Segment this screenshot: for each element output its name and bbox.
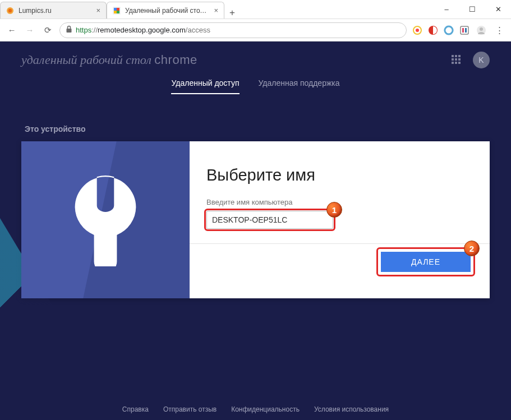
maximize-button[interactable]: ☐ bbox=[459, 0, 485, 19]
profile-icon[interactable] bbox=[475, 24, 487, 36]
tab-label: Lumpics.ru bbox=[19, 7, 91, 15]
footer-privacy[interactable]: Конфиденциальность bbox=[231, 405, 300, 413]
tab-label: Удаленный рабочий стол C bbox=[125, 7, 209, 15]
avatar[interactable]: K bbox=[473, 52, 490, 68]
tab-remote-access[interactable]: Удаленный доступ bbox=[171, 79, 239, 94]
tab-remote-support[interactable]: Удаленная поддержка bbox=[259, 79, 340, 94]
lock-icon bbox=[66, 25, 72, 35]
svg-rect-3 bbox=[114, 8, 117, 11]
ext-icon[interactable] bbox=[428, 25, 438, 35]
footer-terms[interactable]: Условия использования bbox=[314, 405, 389, 413]
computer-name-input[interactable] bbox=[206, 211, 333, 229]
svg-point-15 bbox=[480, 27, 483, 31]
page: удаленный рабочий стол chrome K Удаленны… bbox=[0, 41, 511, 420]
extensions bbox=[412, 25, 469, 35]
tab-lumpics[interactable]: Lumpics.ru × bbox=[0, 2, 107, 19]
setup-card: Выберите имя Введите имя компьютера 1 ДА… bbox=[21, 141, 490, 298]
svg-rect-7 bbox=[67, 29, 72, 33]
section-title: Это устройство bbox=[25, 124, 490, 133]
footer-help[interactable]: Справка bbox=[122, 405, 149, 413]
tab-remote-desktop[interactable]: Удаленный рабочий стол C × bbox=[107, 2, 224, 19]
svg-rect-11 bbox=[461, 26, 468, 34]
svg-point-9 bbox=[416, 29, 419, 32]
favicon-crd bbox=[113, 7, 121, 15]
svg-rect-12 bbox=[462, 28, 464, 33]
favicon-lumpics bbox=[6, 7, 14, 15]
footer: Справка Отправить отзыв Конфиденциальнос… bbox=[0, 405, 511, 413]
button-row: ДАЛЕЕ 2 bbox=[206, 252, 471, 272]
this-device-section: Это устройство Выберите имя Введите имя … bbox=[21, 124, 490, 298]
ext-icon[interactable] bbox=[444, 25, 454, 35]
svg-point-1 bbox=[8, 8, 12, 12]
reload-button[interactable]: ⟳ bbox=[42, 24, 54, 36]
wrench-icon bbox=[58, 171, 153, 269]
apps-grid-icon[interactable] bbox=[452, 55, 462, 65]
next-button[interactable]: ДАЛЕЕ bbox=[381, 252, 471, 272]
close-button[interactable]: ✕ bbox=[485, 0, 511, 19]
tab-strip: Lumpics.ru × Удаленный рабочий стол C × … bbox=[0, 0, 434, 19]
window-controls: – ☐ ✕ bbox=[434, 0, 511, 19]
card-title: Выберите имя bbox=[206, 166, 471, 184]
divider bbox=[190, 243, 490, 244]
new-tab-button[interactable]: + bbox=[224, 7, 240, 19]
tab-close-icon[interactable]: × bbox=[214, 6, 218, 15]
page-header: удаленный рабочий стол chrome K bbox=[21, 52, 490, 68]
ext-icon[interactable] bbox=[459, 25, 469, 35]
page-tabs: Удаленный доступ Удаленная поддержка bbox=[21, 79, 490, 94]
input-wrap: 1 bbox=[206, 211, 333, 229]
titlebar: Lumpics.ru × Удаленный рабочий стол C × … bbox=[0, 0, 511, 19]
input-label: Введите имя компьютера bbox=[206, 198, 471, 206]
svg-rect-6 bbox=[117, 11, 119, 13]
svg-rect-4 bbox=[117, 8, 119, 11]
card-form: Выберите имя Введите имя компьютера 1 ДА… bbox=[190, 141, 490, 298]
toolbar: ← → ⟳ https://remotedesktop.google.com/a… bbox=[0, 19, 511, 41]
address-bar[interactable]: https://remotedesktop.google.com/access bbox=[59, 22, 407, 38]
card-illustration bbox=[21, 141, 190, 298]
svg-rect-5 bbox=[114, 11, 117, 13]
menu-icon[interactable]: ⋮ bbox=[493, 24, 505, 36]
minimize-button[interactable]: – bbox=[434, 0, 459, 19]
svg-rect-13 bbox=[465, 28, 467, 33]
footer-feedback[interactable]: Отправить отзыв bbox=[163, 405, 217, 413]
brand-title: удаленный рабочий стол chrome bbox=[21, 53, 197, 67]
back-button[interactable]: ← bbox=[6, 24, 18, 36]
forward-button: → bbox=[24, 24, 36, 36]
ext-icon[interactable] bbox=[412, 25, 422, 35]
url-text: https://remotedesktop.google.com/access bbox=[76, 26, 210, 34]
tab-close-icon[interactable]: × bbox=[96, 6, 100, 15]
